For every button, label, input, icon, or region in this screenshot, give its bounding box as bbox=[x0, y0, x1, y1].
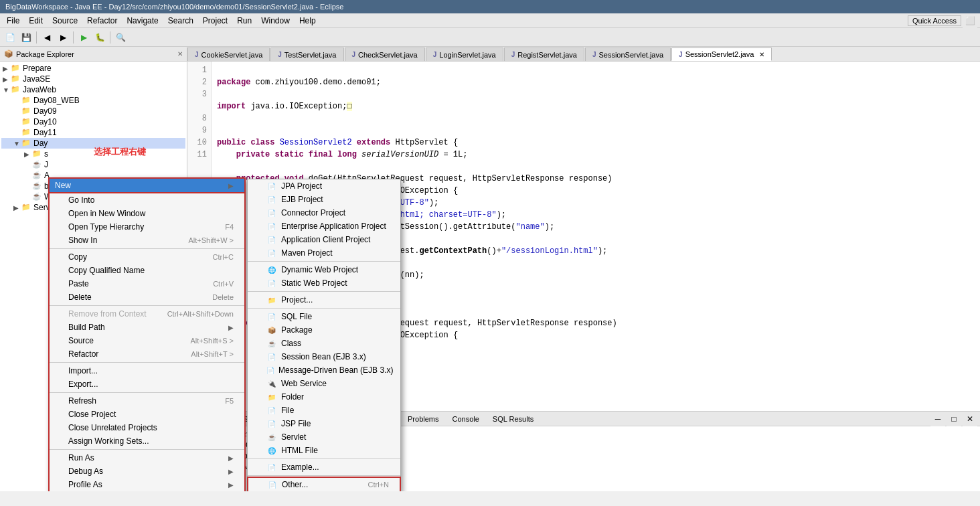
ctx-show-in[interactable]: Show In Alt+Shift+W > bbox=[50, 234, 244, 247]
sub-sql-label: SQL File bbox=[281, 312, 312, 321]
sub-app-client[interactable]: 📄 Application Client Project bbox=[248, 233, 400, 246]
menu-file[interactable]: File bbox=[3, 15, 23, 27]
sub-other[interactable]: 📄 Other... Ctrl+N bbox=[247, 477, 401, 491]
sub-ejb[interactable]: 📄 EJB Project bbox=[248, 193, 400, 206]
sub-html-icon: 🌐 bbox=[266, 446, 277, 455]
tab-problems[interactable]: Problems bbox=[402, 413, 444, 425]
sub-folder[interactable]: 📁 Folder bbox=[248, 390, 400, 404]
toolbar-separator-3 bbox=[110, 31, 110, 44]
sub-jpa[interactable]: 📄 JPA Project bbox=[248, 179, 400, 193]
maximize-button[interactable]: ⬜ bbox=[963, 13, 977, 28]
bottom-maximize[interactable]: □ bbox=[947, 412, 961, 426]
sub-connector[interactable]: 📄 Connector Project bbox=[248, 206, 400, 220]
sub-project[interactable]: 📁 Project... bbox=[248, 293, 400, 307]
tab-console[interactable]: Console bbox=[446, 413, 485, 425]
sub-servlet[interactable]: ☕ Servlet bbox=[248, 430, 400, 444]
menu-refactor[interactable]: Refactor bbox=[83, 15, 121, 27]
menu-run[interactable]: Run bbox=[233, 15, 256, 27]
tree-item-day11[interactable]: 📁 Day11 bbox=[1, 127, 185, 138]
tree-item-day09[interactable]: 📁 Day09 bbox=[1, 106, 185, 116]
tab-session-servlet2[interactable]: J SessionServlet2.java ✕ bbox=[671, 48, 772, 61]
sub-example[interactable]: 📄 Example... bbox=[248, 460, 400, 474]
tree-item-prepare[interactable]: ▶ 📁 Prepare bbox=[1, 63, 185, 74]
menu-window[interactable]: Window bbox=[257, 15, 294, 27]
back-button[interactable]: ◀ bbox=[39, 30, 54, 45]
ctx-run-as[interactable]: Run As ▶ bbox=[50, 451, 244, 465]
ctx-close-unrelated[interactable]: Close Unrelated Projects bbox=[50, 421, 244, 434]
sub-file[interactable]: 📄 File bbox=[248, 404, 400, 417]
ctx-refactor[interactable]: Refactor Alt+Shift+T > bbox=[50, 347, 244, 361]
sub-example-label: Example... bbox=[281, 462, 319, 472]
ctx-import[interactable]: Import... bbox=[50, 364, 244, 377]
tab-test-servlet[interactable]: J TestServlet.java bbox=[270, 48, 343, 61]
sub-servlet-icon: ☕ bbox=[266, 432, 277, 442]
sub-jsp-file[interactable]: 📄 JSP File bbox=[248, 417, 400, 430]
sub-static-web[interactable]: 📄 Static Web Project bbox=[248, 276, 400, 290]
tab-session-servlet[interactable]: J SessionServlet.java bbox=[585, 48, 671, 61]
sub-enterprise[interactable]: 📄 Enterprise Application Project bbox=[248, 220, 400, 233]
tree-item-s[interactable]: ▶ 📁 s bbox=[1, 149, 185, 159]
bottom-minimize[interactable]: ─ bbox=[930, 412, 945, 426]
ctx-assign-working[interactable]: Assign Working Sets... bbox=[50, 434, 244, 448]
quick-access-button[interactable]: Quick Access bbox=[908, 15, 961, 26]
ctx-source[interactable]: Source Alt+Shift+S > bbox=[50, 334, 244, 347]
sub-static-web-label: Static Web Project bbox=[281, 278, 347, 288]
menu-source[interactable]: Source bbox=[48, 15, 82, 27]
ctx-close-unrelated-label: Close Unrelated Projects bbox=[68, 423, 157, 432]
tree-item-javase[interactable]: ▶ 📁 JavaSE bbox=[1, 74, 185, 84]
search-button[interactable]: 🔍 bbox=[113, 30, 128, 45]
ctx-paste[interactable]: Paste Ctrl+V bbox=[50, 277, 244, 290]
tree-item-day10[interactable]: 📁 Day10 bbox=[1, 116, 185, 127]
sub-message-bean[interactable]: 📄 Message-Driven Bean (EJB 3.x) bbox=[248, 363, 400, 377]
ctx-remove-context[interactable]: Remove from Context Ctrl+Alt+Shift+Down bbox=[50, 307, 244, 321]
forward-button[interactable]: ▶ bbox=[56, 30, 70, 45]
tab-cookie-servlet[interactable]: J CookieServlet.java bbox=[187, 48, 270, 61]
menu-help[interactable]: Help bbox=[295, 15, 320, 27]
ctx-profile-as[interactable]: Profile As ▶ bbox=[50, 478, 244, 491]
menu-navigate[interactable]: Navigate bbox=[122, 15, 162, 27]
tree-item-javaweb[interactable]: ▼ 📁 JavaWeb bbox=[1, 84, 185, 95]
menu-edit[interactable]: Edit bbox=[25, 15, 47, 27]
ctx-copy-qualified-label: Copy Qualified Name bbox=[68, 266, 145, 275]
tree-item-day12[interactable]: ▼ 📁 Day bbox=[1, 138, 185, 149]
bottom-close[interactable]: ✕ bbox=[963, 412, 977, 426]
sub-html-file[interactable]: 🌐 HTML File bbox=[248, 444, 400, 457]
sub-dynamic-web[interactable]: 🌐 Dynamic Web Project bbox=[248, 263, 400, 276]
tab-check-servlet[interactable]: J CheckServlet.java bbox=[345, 48, 425, 61]
ctx-build-path[interactable]: Build Path ▶ bbox=[50, 321, 244, 334]
tab-login-servlet[interactable]: J LoginServlet.java bbox=[426, 48, 503, 61]
menu-project[interactable]: Project bbox=[199, 15, 232, 27]
ctx-rc-shortcut: Ctrl+Alt+Shift+Down bbox=[167, 310, 234, 318]
tree-item-day08[interactable]: 📁 Day08_WEB bbox=[1, 95, 185, 106]
ctx-export[interactable]: Export... bbox=[50, 377, 244, 391]
ctx-copy[interactable]: Copy Ctrl+C bbox=[50, 250, 244, 264]
sub-web-service-label: Web Service bbox=[281, 379, 327, 388]
tab-regist-servlet[interactable]: J RegistServlet.java bbox=[504, 48, 584, 61]
debug-button[interactable]: 🐛 bbox=[92, 30, 107, 45]
ctx-open-new-window[interactable]: Open in New Window bbox=[50, 207, 244, 220]
tree-item-j[interactable]: ☕ J bbox=[1, 159, 185, 170]
ctx-open-type-hierarchy[interactable]: Open Type Hierarchy F4 bbox=[50, 220, 244, 234]
ctx-refactor-label: Refactor bbox=[68, 349, 98, 359]
sub-session-bean[interactable]: 📄 Session Bean (EJB 3.x) bbox=[248, 350, 400, 363]
sub-web-service[interactable]: 🔌 Web Service bbox=[248, 377, 400, 390]
run-button[interactable]: ▶ bbox=[76, 30, 91, 45]
sub-maven[interactable]: 📄 Maven Project bbox=[248, 246, 400, 260]
save-button[interactable]: 💾 bbox=[19, 30, 33, 45]
ctx-copy-qualified[interactable]: Copy Qualified Name bbox=[50, 264, 244, 277]
sub-sql-file[interactable]: 📄 SQL File bbox=[248, 310, 400, 323]
sub-package[interactable]: 📦 Package bbox=[248, 323, 400, 337]
menu-search[interactable]: Search bbox=[164, 15, 197, 27]
sub-class[interactable]: ☕ Class bbox=[248, 337, 400, 350]
ctx-new[interactable]: New ▶ bbox=[48, 177, 246, 193]
ctx-go-into[interactable]: Go Into bbox=[50, 193, 244, 207]
new-button[interactable]: 📄 bbox=[3, 30, 17, 45]
tab-regist-icon: J bbox=[511, 51, 515, 58]
ctx-close-project[interactable]: Close Project bbox=[50, 408, 244, 421]
tab-sql-results[interactable]: SQL Results bbox=[487, 413, 540, 425]
ctx-refresh-label: Refresh bbox=[68, 396, 96, 406]
ctx-debug-as[interactable]: Debug As ▶ bbox=[50, 465, 244, 478]
ctx-refresh[interactable]: Refresh F5 bbox=[50, 394, 244, 408]
ctx-delete[interactable]: Delete Delete bbox=[50, 290, 244, 304]
tab-session2-close[interactable]: ✕ bbox=[759, 51, 764, 58]
